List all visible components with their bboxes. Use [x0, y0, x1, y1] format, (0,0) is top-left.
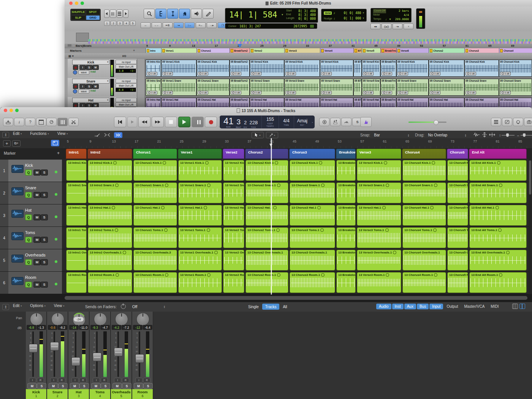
volume-db-display[interactable]: -4.2	[112, 325, 121, 330]
tuner-icon[interactable]	[341, 118, 352, 126]
quantize-button[interactable]: Q	[25, 282, 32, 288]
automation-mode-icon[interactable]	[73, 70, 77, 74]
play-from-selection-icon[interactable]	[127, 117, 137, 127]
section-marker-breakdown[interactable]: Breakdown	[336, 149, 356, 159]
region-gain-badge[interactable]: 0 dB	[500, 72, 511, 76]
library-icon[interactable]	[3, 118, 13, 126]
record-enable-button[interactable]: R	[79, 378, 87, 383]
nudge-dropdown-icon[interactable]: ▾	[363, 17, 364, 20]
pt-region[interactable]: 05 Verse6 Hat0 dB	[396, 98, 429, 108]
region[interactable]: 13 Chorus4 Hat.1	[402, 205, 446, 226]
tab-transient-icon[interactable]: ↔	[141, 22, 150, 28]
record-enable-button[interactable]: R	[143, 378, 150, 383]
channel-name-plate[interactable]: Overheads5	[111, 389, 131, 399]
solo-button[interactable]: S	[79, 383, 89, 389]
pt-region[interactable]: 05 Verse5 Hat0 dB	[362, 98, 380, 108]
track-header-kick[interactable]: 1KickQMS	[0, 160, 62, 182]
region-gain-badge[interactable]: 0 dB	[430, 72, 440, 76]
mute-button[interactable]: M	[33, 259, 41, 265]
output-selector[interactable]: Main Out L/R	[116, 64, 137, 69]
input-monitor-button[interactable]: I	[79, 65, 86, 70]
region[interactable]: 13 Verse2 Hat.1	[223, 205, 244, 226]
solo-button[interactable]: S	[86, 84, 92, 89]
duplicate-track-button[interactable]: ⧉+	[12, 140, 21, 147]
pt-region[interactable]: 05 Verse3 Kick0 dB	[284, 60, 320, 77]
mute-button[interactable]: M	[49, 383, 58, 389]
mute-button[interactable]: M	[33, 192, 41, 198]
region[interactable]: 13 End Alt Kick.1	[469, 160, 527, 181]
region-gain-badge[interactable]: 0 dB	[321, 72, 332, 76]
zoomer-tool-icon[interactable]	[144, 9, 155, 19]
marker-chorus3[interactable]: Chorus3	[464, 48, 499, 53]
record-enable-button[interactable]	[73, 65, 78, 70]
pt-region[interactable]: 05 Chorus1 Hat0 dB	[196, 98, 230, 108]
view-tab-tracks[interactable]: Tracks	[262, 304, 280, 310]
filter-output[interactable]: Output	[444, 304, 461, 309]
record-enable-button[interactable]: R	[122, 378, 129, 383]
marker-verse6[interactable]: Verse6	[396, 48, 429, 53]
mute-button[interactable]: M	[92, 65, 99, 70]
quick-help-icon[interactable]: ?	[25, 118, 35, 126]
track-header-overheads[interactable]: 5OverheadsQMS	[0, 249, 62, 271]
region-gain-badge[interactable]: 0 dB	[285, 91, 296, 95]
volume-fader[interactable]	[135, 354, 144, 363]
record-icon[interactable]	[205, 117, 217, 127]
region-gain-badge[interactable]: 0 dB	[162, 91, 173, 95]
pt-region[interactable]: 05 BreakTurn2 Kick0 dB	[230, 60, 250, 77]
region[interactable]: 13 Verse2 Toms.1	[223, 227, 244, 248]
pt-region[interactable]: 05 Verse2 Kick0 dB	[250, 60, 284, 77]
zoom-in-arrow-icon[interactable]	[123, 10, 128, 18]
drag-select[interactable]: No Overlap▴▾	[426, 132, 468, 138]
mixer-drag-icon[interactable]: ↥	[2, 304, 9, 310]
region[interactable]: 13 Intro2 Room.1	[88, 272, 132, 293]
region[interactable]: 13 Verse1 Overheads.1	[178, 250, 222, 271]
input-selector[interactable]: no input	[116, 79, 137, 83]
pt-region[interactable]: 05 Verse1 Hat0 dB	[161, 98, 196, 108]
vertical-auto-zoom-icon[interactable]	[482, 132, 487, 138]
link-track-icon[interactable]: ↕↔	[185, 22, 195, 28]
vscroll-thumb[interactable]	[529, 160, 531, 195]
region[interactable]: 13 Chorus2 Overheads.1	[245, 250, 288, 271]
playlist-wave-button[interactable]: wave	[78, 89, 89, 93]
solo-button[interactable]: S	[86, 65, 92, 70]
protools-titlebar[interactable]: Edit: 05 209 F#m Full Multi-Drums	[65, 0, 532, 7]
region[interactable]: 13 End Alt Hat.1	[469, 205, 527, 226]
section-marker-verse1[interactable]: Verse1	[178, 149, 222, 159]
mute-button[interactable]: M	[70, 383, 79, 389]
apple-loops-icon[interactable]	[513, 118, 523, 126]
filter-master-vca[interactable]: Master/VCA	[461, 304, 487, 309]
pt-region[interactable]: 05 Intro Hat0 dB	[146, 98, 161, 108]
nudge-note-icon[interactable]: ♩	[334, 16, 337, 20]
trim-tool-icon[interactable]	[155, 9, 166, 19]
region-gain-badge[interactable]: 0 dB	[466, 91, 476, 95]
region[interactable]: 13 Chorus3 Overheads.1	[290, 250, 335, 271]
input-monitoring-button[interactable]: I	[114, 378, 121, 383]
region-gain-badge[interactable]: 0 dB	[251, 91, 261, 95]
pt-region[interactable]: 05 Verse3 Hat0 dB	[284, 98, 320, 108]
region[interactable]: 13 Chorus4 Overheads.1	[402, 250, 446, 271]
input-selector[interactable]: no input	[116, 60, 137, 64]
mute-button[interactable]: M	[91, 383, 101, 389]
track-name-dropdown-icon[interactable]: ▾	[107, 79, 108, 82]
input-monitoring-button[interactable]: I	[29, 378, 36, 383]
pan-knob[interactable]	[30, 313, 43, 326]
pt-region[interactable]: 05 BreakTrn3 Snare0 dB	[380, 79, 396, 96]
channel-name-plate[interactable]: Toms4	[90, 389, 110, 399]
mode-shuffle-button[interactable]: SHUFFLE	[71, 10, 86, 15]
region[interactable]: 13 Breakdown Room.1	[336, 272, 356, 293]
drag-apple-loops-icon[interactable]: ↥	[2, 132, 9, 138]
track-name[interactable]: Snare▾	[72, 79, 109, 84]
peak-level-display[interactable]: -6.4	[143, 325, 152, 330]
section-marker-chorus4[interactable]: Chorus4	[402, 149, 446, 159]
pt-region[interactable]: 05 Intro Snare0 dB	[146, 79, 161, 96]
zoom-preset-3[interactable]: 3	[117, 21, 123, 26]
pt-region[interactable]: 05 BreakTrn3 Hat0 dB	[380, 98, 396, 108]
section-marker-chorus2[interactable]: Chorus2	[245, 149, 288, 159]
zoom-preset-1[interactable]: 1	[104, 21, 110, 26]
marker-verse5[interactable]: Verse5	[362, 48, 380, 53]
solo-button[interactable]: S	[41, 192, 48, 198]
region-gain-badge[interactable]: 0 dB	[162, 72, 173, 76]
region[interactable]: 13 Chorus2 Snare.1	[245, 182, 288, 203]
go-to-beginning-icon[interactable]	[114, 117, 126, 127]
pt-region[interactable]: 05 Verse2 Hat0 dB	[250, 98, 284, 108]
